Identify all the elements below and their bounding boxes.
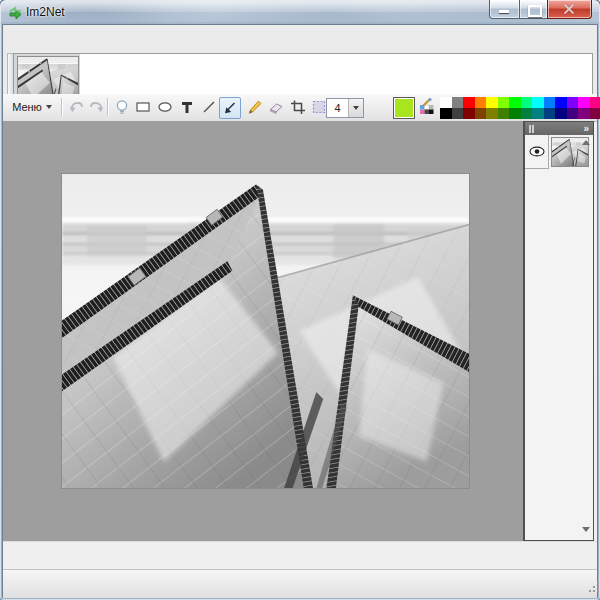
filmstrip: 1 [3, 25, 597, 94]
arrow-tool-button[interactable] [219, 97, 241, 119]
palette-color[interactable] [521, 108, 533, 119]
palette-color[interactable] [475, 108, 487, 119]
chevron-down-icon [353, 106, 359, 110]
rectangle-tool-button[interactable] [133, 97, 153, 117]
bulb-icon [113, 98, 131, 116]
ellipse-tool-button[interactable] [155, 97, 175, 117]
palette-color[interactable] [544, 97, 556, 108]
undo-icon [67, 98, 85, 116]
toolbar: Меню [3, 94, 597, 122]
toolbar-separator [61, 98, 62, 116]
crop-icon [289, 98, 307, 116]
window-title: Im2Net [26, 5, 65, 19]
arrow-icon [221, 99, 239, 117]
line-width-select[interactable]: 4 [326, 98, 364, 118]
eraser-icon [267, 98, 285, 116]
palette-color[interactable] [555, 97, 567, 108]
palette-color[interactable] [532, 108, 544, 119]
color-picker-icon [417, 97, 437, 117]
palette-color[interactable] [532, 97, 544, 108]
redo-button[interactable] [87, 97, 107, 117]
minimize-icon [499, 10, 509, 13]
panel-scroll-down-button[interactable] [582, 527, 590, 532]
line-tool-button[interactable] [199, 97, 219, 117]
chevron-down-icon [46, 105, 52, 109]
pencil-tool-button[interactable] [244, 97, 264, 117]
palette-color[interactable] [521, 97, 533, 108]
palette-color[interactable] [463, 97, 475, 108]
text-icon [178, 98, 196, 116]
eraser-tool-button[interactable] [266, 97, 286, 117]
palette-color[interactable] [578, 97, 590, 108]
palette-color[interactable] [567, 108, 579, 119]
palette-color[interactable] [486, 108, 498, 119]
minimize-button[interactable] [489, 0, 520, 19]
layer-visibility-toggle[interactable] [525, 135, 549, 169]
palette-color[interactable] [578, 108, 590, 119]
palette-color[interactable] [463, 108, 475, 119]
rectangle-icon [134, 98, 152, 116]
line-width-dropdown-button[interactable] [348, 99, 363, 117]
palette-color[interactable] [509, 108, 521, 119]
palette-color[interactable] [475, 97, 487, 108]
color-palette [440, 97, 600, 119]
panel-scroll-up-button[interactable] [582, 140, 590, 145]
upload-bar: Не открывать окно Сервер ImageShack Аним… [3, 541, 597, 570]
canvas-image[interactable] [61, 173, 470, 489]
ellipse-icon [156, 98, 174, 116]
crop-tool-button[interactable] [288, 97, 308, 117]
palette-color[interactable] [498, 108, 510, 119]
layers-panel: » [523, 121, 594, 541]
palette-color[interactable] [590, 108, 600, 119]
eye-icon [529, 146, 545, 157]
resize-grip[interactable] [589, 590, 591, 592]
redo-icon [88, 98, 106, 116]
palette-color[interactable] [486, 97, 498, 108]
palette-color[interactable] [440, 108, 452, 119]
panel-grip-icon [529, 125, 531, 133]
text-tool-button[interactable] [177, 97, 197, 117]
palette-color[interactable] [509, 97, 521, 108]
app-icon [8, 5, 23, 20]
color-picker-button[interactable] [417, 97, 437, 117]
toolbar-separator [107, 98, 108, 116]
maximize-icon [528, 5, 542, 17]
palette-color[interactable] [498, 97, 510, 108]
status-bar: 290,190 480 x 360 100% [3, 569, 597, 598]
pencil-icon [245, 98, 263, 116]
menu-button[interactable]: Меню [9, 97, 55, 117]
app-window: Im2Net 1 Меню [0, 0, 600, 600]
undo-button[interactable] [66, 97, 86, 117]
panel-expand-icon[interactable]: » [583, 124, 589, 134]
maximize-button[interactable] [519, 0, 548, 19]
palette-color[interactable] [590, 97, 600, 108]
palette-color[interactable] [452, 108, 464, 119]
palette-color[interactable] [555, 108, 567, 119]
window-controls [490, 0, 592, 19]
palette-color[interactable] [440, 97, 452, 108]
canvas-area[interactable] [3, 121, 523, 541]
line-icon [200, 98, 218, 116]
layers-panel-header[interactable]: » [525, 122, 593, 135]
close-button[interactable] [547, 0, 592, 19]
palette-color[interactable] [452, 97, 464, 108]
line-width-value: 4 [327, 102, 348, 114]
palette-color[interactable] [544, 108, 556, 119]
current-color-swatch[interactable] [393, 97, 415, 119]
menu-label: Меню [12, 101, 42, 113]
close-icon [548, 0, 591, 18]
palette-color[interactable] [567, 97, 579, 108]
highlight-tool-button[interactable] [112, 97, 132, 117]
